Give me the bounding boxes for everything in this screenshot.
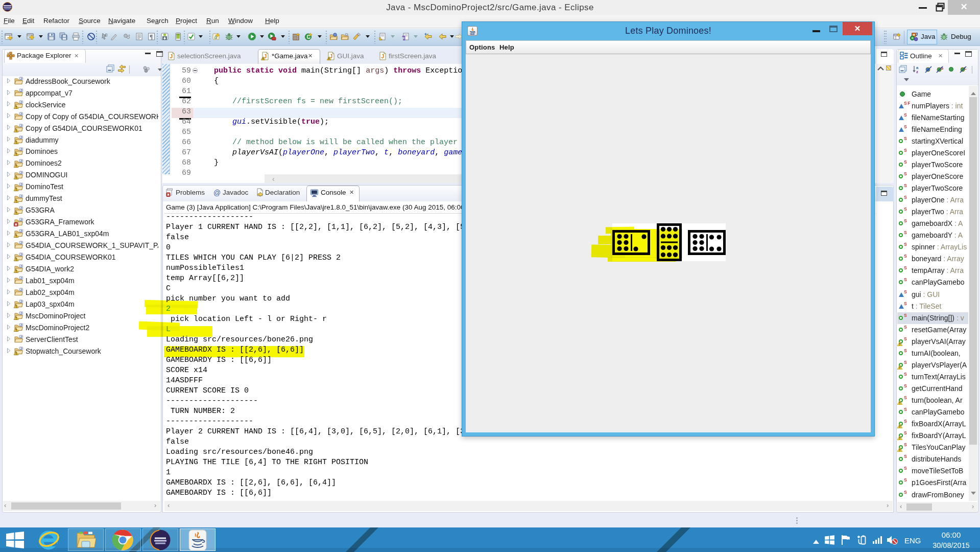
svg-text:J: J — [20, 253, 22, 256]
svg-text:J: J — [20, 241, 22, 244]
svg-text:J: J — [20, 288, 22, 291]
svg-text:J: J — [170, 54, 173, 59]
svg-text:J: J — [20, 194, 22, 197]
svg-text:C: C — [105, 33, 108, 37]
svg-text:J: J — [20, 335, 22, 338]
svg-text:¶: ¶ — [150, 33, 153, 40]
svg-text:J: J — [20, 206, 22, 209]
svg-text:J: J — [20, 265, 22, 268]
svg-text:J: J — [20, 101, 22, 104]
svg-text:J: J — [20, 124, 22, 127]
svg-text:J: J — [20, 300, 22, 303]
svg-text:J: J — [20, 136, 22, 139]
svg-text:J: J — [20, 112, 22, 116]
svg-text:J: J — [20, 277, 22, 280]
svg-text:z: z — [916, 70, 918, 74]
svg-text:J: J — [20, 347, 22, 350]
svg-text:J: J — [20, 171, 22, 174]
svg-text:J: J — [330, 54, 333, 59]
svg-text:J: J — [264, 54, 267, 59]
svg-text:J: J — [20, 159, 22, 163]
svg-text:J: J — [20, 218, 22, 221]
svg-text:J: J — [20, 182, 22, 186]
svg-text:J: J — [20, 77, 22, 80]
svg-text:J: J — [20, 229, 22, 233]
svg-text:J: J — [20, 89, 22, 92]
svg-text:J: J — [20, 312, 22, 315]
svg-text:J: J — [381, 54, 385, 59]
svg-text:J: J — [20, 148, 22, 151]
svg-text:J: J — [20, 324, 22, 327]
svg-text:J: J — [915, 32, 918, 37]
